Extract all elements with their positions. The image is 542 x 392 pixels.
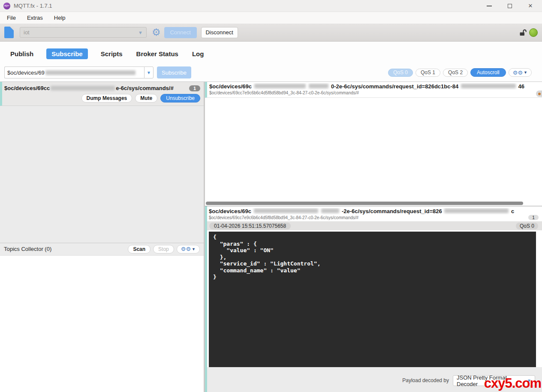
disconnect-button[interactable]: Disconnect [201,27,238,38]
qos-dot-icon [538,93,541,95]
topic-history-dropdown-button[interactable]: ▼ [144,66,154,78]
qos2-toggle[interactable]: QoS 2 [443,69,468,77]
connection-profile-value: iot [24,29,30,36]
profile-document-icon[interactable] [4,27,14,38]
menu-file[interactable]: File [7,15,16,21]
connection-status-indicator [529,28,538,37]
subscriptions-panel: $oc/devices/69cc e-6c/sys/commands/# 1 D… [0,82,205,392]
collector-settings-dropdown-button[interactable]: ⚙⚙ ▼ [177,245,200,253]
horizontal-scrollbar[interactable] [206,202,523,205]
menu-extras[interactable]: Extras [27,15,43,21]
tab-area: Publish Subscribe Scripts Broker Status … [0,42,542,81]
message-topic-mid: 0-2e-6c/sys/commands/request_id=826dc1bc… [331,83,458,90]
detail-subscription-subtitle: $oc/devices/69cc7e9c6b6c4d5f8d58bd94_3c-… [209,215,358,220]
mute-button[interactable]: Mute [135,94,157,103]
subscribe-topic-value: $oc/devices/69 [7,69,45,76]
connect-button[interactable]: Connect [164,27,197,38]
main-tabs: Publish Subscribe Scripts Broker Status … [9,47,533,60]
redacted-text [444,208,509,213]
timestamp-row: 01-04-2026 15:51:15.57075658 QoS 0 [207,221,542,230]
scan-button[interactable]: Scan [128,245,151,253]
redacted-text [45,70,136,75]
topics-collector-empty-area [0,256,204,392]
messages-panel: $oc/devices/69c 0-2e-6c/sys/commands/req… [205,82,542,392]
subscription-list-empty-area [0,106,204,243]
stop-button[interactable]: Stop [153,245,174,253]
tab-scripts[interactable]: Scripts [100,48,123,59]
subscription-topic-end: e-6c/sys/commands/# [116,85,173,91]
gears-icon: ⚙⚙ [513,70,523,75]
redacted-text [254,208,318,213]
app-logo-icon: MQTT [3,3,10,9]
site-watermark: cxy5.com [484,376,541,391]
minimize-button[interactable] [486,3,492,9]
payload-viewer[interactable]: { "paras" : { "value" : "ON" }, "service… [209,232,536,367]
message-topic-start: $oc/devices/69c [209,83,252,90]
tab-subscribe[interactable]: Subscribe [46,48,88,59]
message-detail-panel: $oc/devices/69c -2e-6c/sys/commands/requ… [205,206,542,392]
subscribe-topic-input[interactable]: $oc/devices/69 [4,66,144,78]
maximize-button[interactable] [507,3,513,9]
subscribe-button[interactable]: Subscribe [157,66,191,78]
connection-profile-select[interactable]: iot ▼ [20,27,147,38]
detail-topic-mid: -2e-6c/sys/commands/request_id=826 [342,208,442,214]
unlocked-padlock-icon [519,29,527,36]
tab-log[interactable]: Log [191,48,205,59]
main-content: $oc/devices/69cc e-6c/sys/commands/# 1 D… [0,81,542,392]
subscribe-settings-dropdown-button[interactable]: ⚙⚙ ▼ [509,68,532,77]
subscribe-controls-row: $oc/devices/69 ▼ Subscribe QoS 0 QoS 1 Q… [9,66,533,78]
redacted-text [51,86,115,90]
chevron-down-icon: ▼ [524,70,527,75]
subscription-topic-start: $oc/devices/69cc [4,85,50,91]
redacted-text [321,208,339,213]
detail-topic-end: c [511,208,514,214]
close-button[interactable]: ✕ [527,3,533,9]
chevron-down-icon: ▼ [138,30,143,35]
title-bar: MQTT MQTT.fx - 1.7.1 ✕ [0,0,542,12]
dump-messages-button[interactable]: Dump Messages [81,94,132,103]
qos0-toggle[interactable]: QoS 0 [388,69,413,77]
detail-topic-start: $oc/devices/69c [209,208,251,214]
autoscroll-toggle[interactable]: Autoscroll [470,68,506,77]
redacted-text [461,84,516,88]
menu-bar: File Extras Help [0,12,542,24]
message-qos-badge-partial [536,90,542,97]
menu-help[interactable]: Help [54,15,66,21]
message-list: $oc/devices/69c 0-2e-6c/sys/commands/req… [205,82,542,206]
tab-broker-status[interactable]: Broker Status [136,48,179,59]
message-list-item[interactable]: $oc/devices/69c 0-2e-6c/sys/commands/req… [205,82,542,98]
topics-collector-header: Topics Collector (0) Scan Stop ⚙⚙ ▼ [0,243,204,256]
tab-publish[interactable]: Publish [9,48,34,59]
topics-collector-title: Topics Collector (0) [4,246,51,252]
chevron-down-icon: ▼ [192,247,196,251]
payload-decoded-by-label: Payload decoded by [402,377,449,383]
subscription-item[interactable]: $oc/devices/69cc e-6c/sys/commands/# 1 D… [0,82,204,106]
window-title: MQTT.fx - 1.7.1 [14,3,52,9]
message-topic-end: 46 [518,83,524,90]
message-subscription-subtitle: $oc/devices/69cc7e9c6b6c4d5f8d58bd94_3c-… [209,90,539,95]
message-timestamp: 01-04-2026 15:51:15.57075658 [209,223,291,229]
redacted-text [254,84,306,88]
connection-toolbar: iot ▼ ⚙ Connect Disconnect [0,24,542,42]
detail-count-badge: 1 [528,215,539,220]
unsubscribe-button[interactable]: Unsubscribe [160,94,200,103]
message-count-badge: 1 [189,85,200,91]
connection-settings-gear-icon[interactable]: ⚙ [152,27,161,37]
gears-icon: ⚙⚙ [181,246,191,252]
message-qos-label: QoS 0 [516,223,538,229]
qos1-toggle[interactable]: QoS 1 [416,69,440,77]
redacted-text [309,84,328,88]
